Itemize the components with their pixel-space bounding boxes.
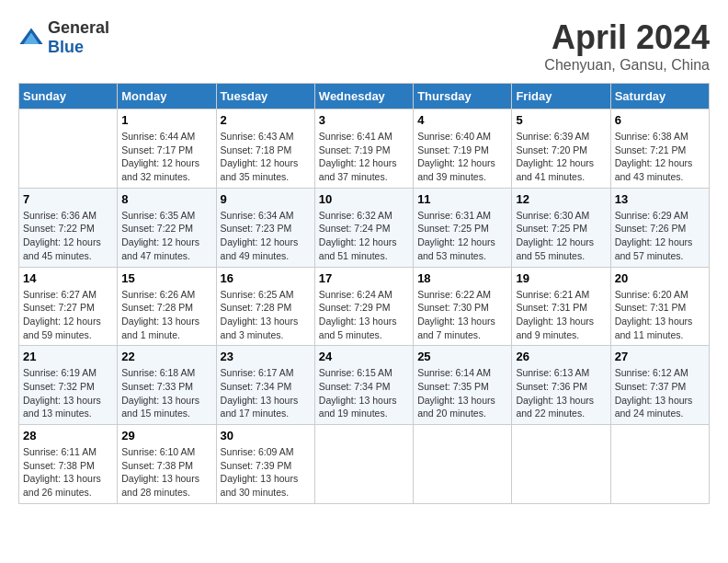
day-number: 1 (121, 113, 211, 127)
day-info: Sunrise: 6:21 AM Sunset: 7:31 PM Dayligh… (516, 288, 606, 342)
day-number: 27 (615, 350, 705, 363)
calendar-week-1: 1Sunrise: 6:44 AM Sunset: 7:17 PM Daylig… (19, 109, 710, 189)
day-number: 22 (121, 350, 211, 363)
day-info: Sunrise: 6:32 AM Sunset: 7:24 PM Dayligh… (319, 209, 409, 263)
day-number: 21 (23, 350, 113, 363)
day-number: 15 (121, 271, 211, 285)
day-number: 12 (516, 192, 606, 206)
calendar-cell: 2Sunrise: 6:43 AM Sunset: 7:18 PM Daylig… (216, 109, 314, 189)
calendar-cell: 23Sunrise: 6:17 AM Sunset: 7:34 PM Dayli… (216, 346, 314, 425)
day-number: 20 (615, 271, 705, 285)
day-number: 30 (221, 429, 311, 442)
day-info: Sunrise: 6:30 AM Sunset: 7:25 PM Dayligh… (516, 209, 606, 263)
page-header: General Blue April 2024 Chenyuan, Gansu,… (18, 18, 710, 74)
day-info: Sunrise: 6:18 AM Sunset: 7:33 PM Dayligh… (121, 366, 211, 420)
day-number: 18 (417, 271, 507, 285)
day-number: 2 (221, 113, 311, 127)
calendar-cell: 27Sunrise: 6:12 AM Sunset: 7:37 PM Dayli… (610, 346, 709, 425)
day-info: Sunrise: 6:34 AM Sunset: 7:23 PM Dayligh… (221, 209, 311, 263)
day-number: 5 (516, 113, 606, 127)
day-number: 3 (319, 113, 409, 127)
day-info: Sunrise: 6:35 AM Sunset: 7:22 PM Dayligh… (121, 209, 211, 263)
title-block: April 2024 Chenyuan, Gansu, China (544, 18, 710, 74)
day-number: 24 (319, 350, 409, 363)
calendar-cell (610, 425, 709, 504)
calendar-cell (512, 425, 610, 504)
calendar-cell: 10Sunrise: 6:32 AM Sunset: 7:24 PM Dayli… (314, 188, 413, 267)
calendar-cell: 15Sunrise: 6:26 AM Sunset: 7:28 PM Dayli… (118, 267, 216, 346)
day-info: Sunrise: 6:38 AM Sunset: 7:21 PM Dayligh… (615, 130, 705, 184)
logo-general: General (48, 18, 109, 37)
calendar-cell: 30Sunrise: 6:09 AM Sunset: 7:39 PM Dayli… (216, 425, 314, 504)
logo-text: General Blue (48, 18, 109, 57)
calendar-cell: 25Sunrise: 6:14 AM Sunset: 7:35 PM Dayli… (414, 346, 512, 425)
calendar-week-3: 14Sunrise: 6:27 AM Sunset: 7:27 PM Dayli… (19, 267, 710, 346)
calendar-cell: 26Sunrise: 6:13 AM Sunset: 7:36 PM Dayli… (512, 346, 610, 425)
col-header-wednesday: Wednesday (314, 84, 413, 109)
calendar-cell: 11Sunrise: 6:31 AM Sunset: 7:25 PM Dayli… (414, 188, 512, 267)
day-info: Sunrise: 6:14 AM Sunset: 7:35 PM Dayligh… (417, 366, 507, 420)
col-header-sunday: Sunday (19, 84, 118, 109)
calendar-cell: 1Sunrise: 6:44 AM Sunset: 7:17 PM Daylig… (118, 109, 216, 189)
day-info: Sunrise: 6:13 AM Sunset: 7:36 PM Dayligh… (516, 366, 606, 420)
day-number: 28 (23, 429, 113, 442)
calendar-cell: 20Sunrise: 6:20 AM Sunset: 7:31 PM Dayli… (610, 267, 709, 346)
day-number: 8 (121, 192, 211, 206)
day-number: 6 (615, 113, 705, 127)
col-header-tuesday: Tuesday (216, 84, 314, 109)
day-info: Sunrise: 6:27 AM Sunset: 7:27 PM Dayligh… (23, 288, 113, 342)
logo-icon (18, 25, 44, 51)
calendar-cell: 7Sunrise: 6:36 AM Sunset: 7:22 PM Daylig… (19, 188, 118, 267)
calendar-cell: 21Sunrise: 6:19 AM Sunset: 7:32 PM Dayli… (19, 346, 118, 425)
calendar-cell: 5Sunrise: 6:39 AM Sunset: 7:20 PM Daylig… (512, 109, 610, 189)
day-info: Sunrise: 6:36 AM Sunset: 7:22 PM Dayligh… (23, 209, 113, 263)
calendar-cell: 13Sunrise: 6:29 AM Sunset: 7:26 PM Dayli… (610, 188, 709, 267)
day-info: Sunrise: 6:15 AM Sunset: 7:34 PM Dayligh… (319, 366, 409, 420)
day-info: Sunrise: 6:10 AM Sunset: 7:38 PM Dayligh… (121, 445, 211, 500)
calendar-week-4: 21Sunrise: 6:19 AM Sunset: 7:32 PM Dayli… (19, 346, 710, 425)
day-info: Sunrise: 6:41 AM Sunset: 7:19 PM Dayligh… (319, 130, 409, 184)
calendar-week-5: 28Sunrise: 6:11 AM Sunset: 7:38 PM Dayli… (19, 425, 710, 504)
calendar-cell: 17Sunrise: 6:24 AM Sunset: 7:29 PM Dayli… (314, 267, 413, 346)
day-number: 25 (417, 350, 507, 363)
day-info: Sunrise: 6:29 AM Sunset: 7:26 PM Dayligh… (615, 209, 705, 263)
location-title: Chenyuan, Gansu, China (544, 57, 710, 74)
day-number: 13 (615, 192, 705, 206)
calendar-cell: 16Sunrise: 6:25 AM Sunset: 7:28 PM Dayli… (216, 267, 314, 346)
calendar-week-2: 7Sunrise: 6:36 AM Sunset: 7:22 PM Daylig… (19, 188, 710, 267)
day-number: 11 (417, 192, 507, 206)
calendar-body: 1Sunrise: 6:44 AM Sunset: 7:17 PM Daylig… (19, 109, 710, 504)
logo-blue: Blue (48, 38, 84, 56)
calendar-cell: 3Sunrise: 6:41 AM Sunset: 7:19 PM Daylig… (314, 109, 413, 189)
day-info: Sunrise: 6:31 AM Sunset: 7:25 PM Dayligh… (417, 209, 507, 263)
calendar-cell (314, 425, 413, 504)
calendar-cell: 28Sunrise: 6:11 AM Sunset: 7:38 PM Dayli… (19, 425, 118, 504)
day-info: Sunrise: 6:22 AM Sunset: 7:30 PM Dayligh… (417, 288, 507, 342)
day-number: 9 (221, 192, 311, 206)
day-info: Sunrise: 6:44 AM Sunset: 7:17 PM Dayligh… (121, 130, 211, 184)
calendar-cell: 29Sunrise: 6:10 AM Sunset: 7:38 PM Dayli… (118, 425, 216, 504)
day-number: 7 (23, 192, 113, 206)
day-info: Sunrise: 6:24 AM Sunset: 7:29 PM Dayligh… (319, 288, 409, 342)
calendar-cell: 9Sunrise: 6:34 AM Sunset: 7:23 PM Daylig… (216, 188, 314, 267)
calendar-cell: 18Sunrise: 6:22 AM Sunset: 7:30 PM Dayli… (414, 267, 512, 346)
calendar-header-row: SundayMondayTuesdayWednesdayThursdayFrid… (19, 84, 710, 109)
calendar-cell: 4Sunrise: 6:40 AM Sunset: 7:19 PM Daylig… (414, 109, 512, 189)
day-number: 26 (516, 350, 606, 363)
day-number: 14 (23, 271, 113, 285)
calendar-table: SundayMondayTuesdayWednesdayThursdayFrid… (18, 83, 710, 504)
day-info: Sunrise: 6:20 AM Sunset: 7:31 PM Dayligh… (615, 288, 705, 342)
day-info: Sunrise: 6:17 AM Sunset: 7:34 PM Dayligh… (221, 366, 311, 420)
day-info: Sunrise: 6:25 AM Sunset: 7:28 PM Dayligh… (221, 288, 311, 342)
day-info: Sunrise: 6:11 AM Sunset: 7:38 PM Dayligh… (23, 445, 113, 500)
calendar-cell: 22Sunrise: 6:18 AM Sunset: 7:33 PM Dayli… (118, 346, 216, 425)
logo: General Blue (18, 18, 109, 57)
calendar-cell: 8Sunrise: 6:35 AM Sunset: 7:22 PM Daylig… (118, 188, 216, 267)
col-header-saturday: Saturday (610, 84, 709, 109)
day-number: 23 (221, 350, 311, 363)
day-info: Sunrise: 6:40 AM Sunset: 7:19 PM Dayligh… (417, 130, 507, 184)
day-number: 17 (319, 271, 409, 285)
calendar-cell: 6Sunrise: 6:38 AM Sunset: 7:21 PM Daylig… (610, 109, 709, 189)
day-info: Sunrise: 6:09 AM Sunset: 7:39 PM Dayligh… (221, 445, 311, 500)
col-header-monday: Monday (118, 84, 216, 109)
